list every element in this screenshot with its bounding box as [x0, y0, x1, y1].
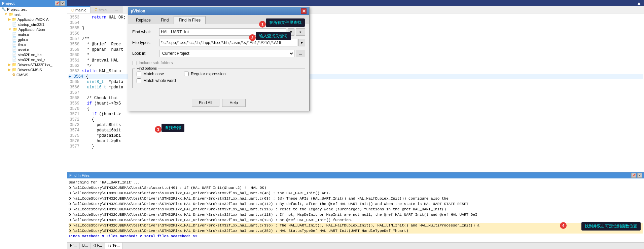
folder-icon: ▶ 📁 — [8, 68, 16, 72]
dialog-tab-find[interactable]: Find — [156, 16, 174, 24]
look-in-select[interactable]: Current Project All Open Documents Proje… — [159, 50, 294, 57]
look-in-browse-btn[interactable]: ... — [296, 50, 305, 57]
result-item[interactable]: D:\allCodeStory\STM32CUBEMAX\test\Driver… — [69, 201, 643, 207]
include-subfolders-label: Include sub-folders — [139, 60, 173, 65]
bottom-tab-pr[interactable]: Pr... — [67, 243, 80, 249]
file-types-dropdown[interactable]: ▼ — [298, 39, 305, 46]
sidebar-item-label: Drivers/CMSIS — [17, 68, 42, 72]
file-types-row: File types: ▼ — [132, 39, 305, 46]
sidebar-item-label: Application/User — [19, 28, 45, 32]
sidebar-item-label: CMSIS — [16, 73, 28, 77]
tab-icon: C — [95, 8, 97, 12]
code-line: 3571 if ((huart-> — [69, 112, 643, 117]
include-subfolders-checkbox[interactable] — [132, 61, 137, 65]
search-results[interactable]: Searching for 'HAL_UART_Init'... D:\allC… — [67, 178, 644, 242]
code-line: 3572 { — [69, 117, 643, 122]
match-whole-word-checkbox[interactable] — [137, 78, 141, 83]
find-what-input[interactable] — [159, 28, 286, 36]
find-options-label: Find options — [135, 66, 158, 70]
sidebar-item-gpio-c[interactable]: 📄 gpio.c — [0, 37, 67, 42]
collapse-arrow-icon[interactable]: ▲ — [637, 0, 641, 6]
tab-tim-c[interactable]: C tim.c — [91, 6, 111, 13]
sidebar-item-main-c[interactable]: 📄 main.c — [0, 32, 67, 37]
main-container: Project 📌 ✕ 🔧 Project: test ▼ 📁 test ▶ 📁… — [0, 0, 644, 249]
help-button[interactable]: Help — [222, 99, 246, 107]
sidebar-item-label: Application/MDK-A — [17, 17, 48, 22]
annotation-box-4: 找到并双击可定位到函数位置 — [581, 222, 641, 231]
bottom-panel-header: Find In Files 📌 ✕ — [67, 172, 644, 178]
file-icon: 📄 — [12, 47, 17, 52]
dialog-tab-replace[interactable]: Replace — [131, 16, 156, 24]
sidebar-item-tim-c[interactable]: 📄 tim.c — [0, 42, 67, 47]
result-item[interactable]: D:\allCodeStory\STM32CUBEMAX\test\Driver… — [69, 223, 643, 228]
sidebar-item-drivers-cmsis[interactable]: ▶ 📁 Drivers/CMSIS — [0, 67, 67, 72]
bottom-tab-b[interactable]: B... — [80, 243, 91, 249]
folder-icon: ▼ 📁 — [4, 12, 13, 16]
sidebar-item-label: stm32f1xx_it.c — [18, 53, 41, 57]
code-line: 3574 pdata16bit — [69, 128, 643, 133]
tab-main-c[interactable]: C main.c — [67, 6, 91, 13]
regular-expression-checkbox[interactable] — [184, 72, 189, 76]
file-icon: 📄 — [12, 37, 17, 42]
bottom-panel-pin-icon[interactable]: 📌 — [631, 173, 636, 178]
folder-icon: ▼ 📁 — [8, 27, 17, 32]
sidebar-title: Project — [2, 1, 14, 5]
result-item[interactable]: D:\allCodeStory\STM32CUBEMAX\test\Driver… — [69, 207, 643, 212]
dialog-tab-find-in-files[interactable]: Find in Files — [174, 16, 206, 24]
find-what-extra-btn[interactable]: > — [296, 28, 305, 36]
sidebar-tree: 🔧 Project: test ▼ 📁 test ▶ 📁 Application… — [0, 7, 67, 249]
bottom-tab-f[interactable]: {} F... — [91, 243, 105, 249]
code-line: 3575 *pdata16bi — [69, 133, 643, 138]
sidebar-item-stm32-hal[interactable]: 📄 stm32f1xx_hal_r — [0, 57, 67, 62]
sidebar-item-stm32-it[interactable]: 📄 stm32f1xx_it.c — [0, 52, 67, 57]
sidebar-item-label: Drivers/STM32F1xx_ — [17, 63, 52, 67]
match-whole-word-item: Match whole word — [137, 78, 176, 83]
dialog-close-button[interactable]: ✕ — [301, 8, 307, 14]
sidebar-item-label: main.c — [18, 33, 29, 37]
file-icon: 📄 — [12, 32, 17, 37]
sidebar-close-icon[interactable]: ✕ — [60, 1, 65, 6]
result-item[interactable]: D:\allCodeStory\STM32CUBEMAX\test\Driver… — [69, 191, 643, 196]
sidebar-item-project[interactable]: 🔧 Project: test — [0, 7, 67, 12]
include-subfolders-row: Include sub-folders — [132, 60, 305, 65]
find-all-button[interactable]: Find All — [192, 99, 219, 107]
sidebar-item-label: usart.c — [18, 48, 29, 52]
sidebar-item-usart-c[interactable]: 📄 usart.c — [0, 47, 67, 52]
sidebar-item-drivers-stm32[interactable]: ▶ 📁 Drivers/STM32F1xx_ — [0, 62, 67, 67]
gear-icon: ⚙ — [12, 73, 15, 77]
code-line: 3576 huart->pRx — [69, 138, 643, 144]
sidebar-pin-icon[interactable]: 📌 — [55, 1, 60, 6]
find-options-group: Find options Match case Regular expressi… — [132, 69, 305, 88]
result-item[interactable]: D:\allCodeStory\STM32CUBEMAX\test\Driver… — [69, 196, 643, 201]
sidebar-item-app-mdk[interactable]: ▶ 📁 Application/MDK-A — [0, 17, 67, 22]
sidebar-item-startup[interactable]: 📄 startup_stm32f1 — [0, 22, 67, 27]
sidebar-item-cmsis[interactable]: ⚙ CMSIS — [0, 72, 67, 77]
bottom-panel-close-icon[interactable]: ✕ — [637, 173, 642, 178]
dialog-title: µVision — [131, 9, 145, 13]
result-item[interactable]: D:\allCodeStory\STM32CUBEMAX\test\Driver… — [69, 217, 643, 223]
file-icon: 📄 — [12, 22, 17, 27]
match-case-checkbox[interactable] — [137, 72, 141, 76]
find-in-files-dialog[interactable]: µVision ✕ Replace Find Find in Files Fin… — [128, 7, 310, 111]
result-item[interactable]: D:\allCodeStory\STM32CUBEMAX\test\Driver… — [69, 228, 643, 234]
look-in-container: Current Project All Open Documents Proje… — [159, 50, 305, 57]
tab-label: ... — [115, 8, 118, 12]
file-types-label: File types: — [132, 40, 159, 45]
tab-more[interactable]: ... — [111, 6, 122, 13]
file-icon: 📄 — [12, 52, 17, 57]
bottom-panel-controls: 📌 ✕ — [631, 173, 642, 178]
look-in-label: Look in: — [132, 51, 159, 56]
result-item[interactable]: D:\allCodeStory\STM32CUBEMAX\test\Driver… — [69, 212, 643, 217]
match-case-item: Match case — [137, 72, 164, 76]
sidebar-item-label: Project: test — [7, 7, 27, 11]
sidebar-item-test[interactable]: ▼ 📁 test — [0, 12, 67, 17]
find-what-label: Find what: — [132, 30, 159, 34]
find-what-dropdown[interactable]: ▼ — [288, 28, 294, 36]
result-item[interactable]: D:\allCodeStory\STM32CUBEMAX\test\Src\us… — [69, 185, 643, 191]
bottom-tab-te[interactable]: ↑↓ Te... — [105, 243, 122, 249]
code-line: 3577 } — [69, 144, 643, 149]
sidebar-header: Project 📌 ✕ — [0, 0, 67, 7]
file-types-input[interactable] — [159, 39, 297, 46]
sidebar-item-app-user[interactable]: ▼ 📁 Application/User — [0, 27, 67, 32]
dialog-footer: Find All Help — [128, 96, 309, 111]
